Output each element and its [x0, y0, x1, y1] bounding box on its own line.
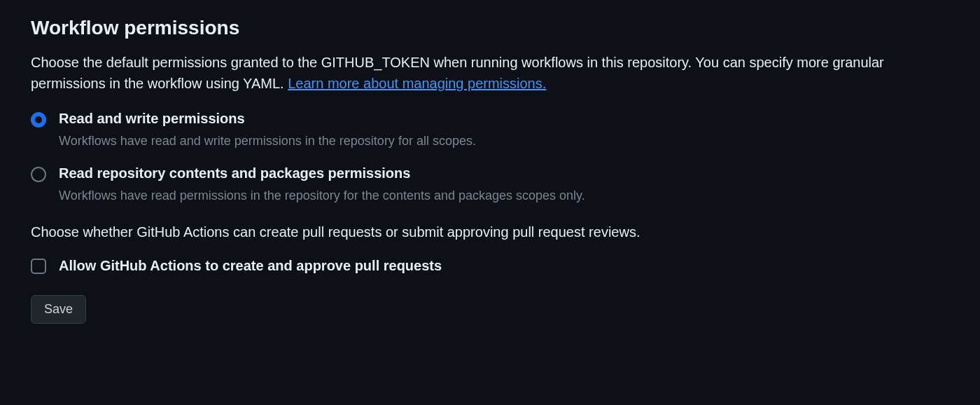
radio-item-read-write: Read and write permissions Workflows hav… [31, 111, 949, 150]
learn-more-link[interactable]: Learn more about managing permissions. [288, 76, 546, 91]
radio-read-only[interactable] [31, 167, 46, 182]
radio-label-read-write[interactable]: Read and write permissions [59, 111, 949, 127]
radio-hint-read-only: Workflows have read permissions in the r… [59, 187, 949, 205]
section-title: Workflow permissions [31, 17, 949, 39]
checkbox-item-allow-pr: Allow GitHub Actions to create and appro… [31, 258, 949, 274]
permissions-radio-group: Read and write permissions Workflows hav… [31, 111, 949, 205]
radio-label-read-only[interactable]: Read repository contents and packages pe… [59, 165, 949, 181]
checkbox-allow-pr[interactable] [31, 259, 46, 274]
radio-content: Read and write permissions Workflows hav… [59, 111, 949, 150]
checkbox-label-allow-pr[interactable]: Allow GitHub Actions to create and appro… [59, 258, 442, 274]
radio-hint-read-write: Workflows have read and write permission… [59, 132, 949, 150]
radio-read-write[interactable] [31, 112, 46, 128]
pr-section-description: Choose whether GitHub Actions can create… [31, 221, 949, 242]
section-description: Choose the default permissions granted t… [31, 52, 949, 94]
radio-content: Read repository contents and packages pe… [59, 165, 949, 205]
radio-item-read-only: Read repository contents and packages pe… [31, 165, 949, 205]
save-button[interactable]: Save [31, 295, 86, 324]
